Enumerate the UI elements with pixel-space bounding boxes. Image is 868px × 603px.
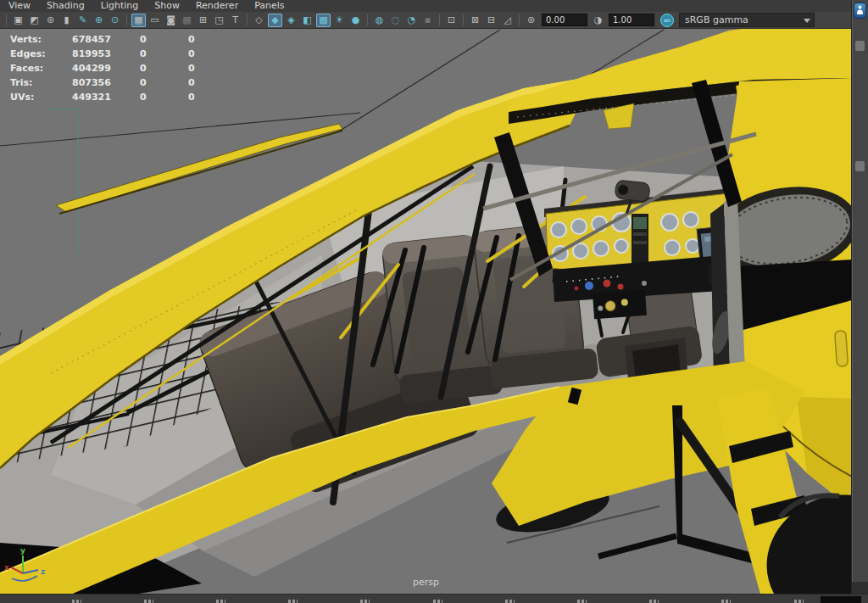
toolbar-separator [126, 14, 127, 25]
hud-value: 819953 [72, 47, 140, 61]
timeline-tick [721, 600, 731, 603]
timeline-tick [505, 600, 515, 603]
timeline-tick [794, 600, 804, 603]
menu-renderer[interactable]: Renderer [196, 0, 238, 12]
hud-row: Faces: 404299 0 0 [0, 61, 239, 75]
hud-value: 0 [140, 75, 188, 90]
exposure-icon[interactable]: ⊛ [524, 14, 538, 27]
timeline-current-frame-box [821, 596, 861, 603]
grease-pencil-icon[interactable]: ✎ [75, 14, 90, 27]
color-space-dropdown[interactable]: sRGB gamma [679, 13, 815, 27]
toolbar-separator [463, 14, 464, 25]
camera-lock-icon[interactable]: ◩ [27, 14, 42, 27]
grid-icon[interactable]: ▦ [131, 14, 146, 27]
perspective-viewport[interactable]: Verts: 678457 0 0 Edges: 819953 0 0 Face… [0, 29, 852, 594]
safe-action-icon[interactable]: ◳ [212, 14, 226, 27]
maya-viewport-window: View Shading Lighting Show Renderer Pane… [0, 0, 868, 603]
door-handle [835, 331, 849, 367]
ambient-occlusion-icon[interactable]: ◍ [372, 14, 387, 27]
hud-value: 0 [188, 47, 239, 61]
menu-shading[interactable]: Shading [47, 0, 85, 12]
hud-value: 0 [140, 32, 188, 47]
panel-footer [852, 582, 868, 594]
camera-attributes-icon[interactable]: ⊛ [43, 14, 58, 27]
timeline-tick [433, 600, 442, 603]
hud-value: 0 [140, 61, 188, 75]
timeline-tick [577, 600, 587, 603]
use-default-material-icon[interactable]: ▩ [316, 14, 331, 27]
hud-value: 0 [140, 90, 188, 104]
timeline-tick [288, 600, 298, 603]
timeline-tick [360, 600, 370, 603]
timeline-tick [649, 600, 659, 603]
wireframe-icon[interactable]: ◇ [252, 14, 266, 27]
menu-view[interactable]: View [8, 0, 31, 12]
hud-value: 0 [188, 75, 239, 90]
hud-label: UVs: [10, 90, 72, 104]
chevron-down-icon [804, 19, 810, 23]
isolate-select-icon[interactable]: ⊡ [444, 14, 459, 27]
hud-label: Verts: [10, 32, 72, 47]
pane-resize-icon[interactable]: ◿ [500, 14, 515, 27]
menu-show[interactable]: Show [154, 0, 180, 12]
hud-value: 449321 [72, 90, 140, 104]
toolbar-separator [247, 14, 248, 25]
film-gate-icon[interactable]: ▭ [147, 14, 162, 27]
image-plane-icon[interactable]: ⊠ [468, 14, 482, 27]
gate-mask-icon[interactable]: ▩ [180, 14, 194, 27]
timeline-tick [72, 600, 81, 603]
motion-blur-icon[interactable]: ◌ [388, 14, 403, 27]
camera-name-label: persp [0, 577, 852, 588]
scene-aircraft-model: y x z [0, 29, 852, 594]
camera-icon[interactable]: ▣ [11, 14, 25, 27]
panel-menu-bar: View Shading Lighting Show Renderer Pane… [0, 0, 852, 12]
shaded-wireframe-icon[interactable]: ◈ [284, 14, 298, 27]
hud-row: Tris: 807356 0 0 [0, 75, 239, 90]
textured-icon[interactable]: ◧ [300, 14, 314, 27]
time-slider-strip[interactable] [0, 594, 868, 603]
hud-value: 678457 [72, 32, 140, 47]
timeline-tick [144, 600, 153, 603]
hud-value: 0 [140, 47, 188, 61]
viewport-toolbar: ▣ ◩ ⊛ ▮ ✎ ⊕ ⊙ ▦ ▭ ◙ ▩ ⊞ ◳ T ◇ ◆ ◈ ◧ ▩ ☀ … [0, 12, 852, 29]
panel-tab[interactable] [855, 41, 865, 51]
axis-y-label: y [20, 546, 25, 555]
lower-console [593, 290, 647, 319]
exposure-field[interactable]: 0.00 [542, 14, 587, 26]
lighting-icon[interactable]: ☀ [332, 14, 347, 27]
panel-tab[interactable] [855, 161, 865, 171]
shaded-icon[interactable]: ◆ [268, 14, 282, 27]
color-space-value: sRGB gamma [685, 14, 748, 25]
contrast-field[interactable]: 1.00 [609, 14, 654, 26]
hud-value: 0 [188, 32, 239, 47]
hud-label: Faces: [10, 61, 72, 75]
character-icon[interactable] [854, 3, 865, 18]
hud-row: Edges: 819953 0 0 [0, 47, 239, 61]
gamma-toggle[interactable]: on [660, 14, 674, 27]
menu-lighting[interactable]: Lighting [101, 0, 138, 12]
toolbar-separator [439, 14, 440, 25]
hud-row: Verts: 678457 0 0 [0, 32, 239, 47]
hud-value: 0 [188, 61, 239, 75]
timeline-tick [216, 600, 225, 603]
shadows-icon[interactable]: ● [348, 14, 363, 27]
sculpt-view-icon[interactable]: ⊙ [108, 14, 122, 27]
depth-of-field-icon[interactable]: ▪ [420, 14, 435, 27]
pan-zoom-icon[interactable]: ⊕ [92, 14, 106, 27]
menu-panels[interactable]: Panels [254, 0, 284, 12]
toolbar-separator [6, 14, 7, 25]
anti-aliasing-icon[interactable]: ◔ [404, 14, 419, 27]
avionics-stack [632, 214, 648, 268]
field-chart-icon[interactable]: ⊞ [196, 14, 210, 27]
safe-title-icon[interactable]: T [228, 14, 242, 27]
axis-x-label: x [4, 563, 9, 572]
resolution-gate-icon[interactable]: ◙ [164, 14, 178, 27]
hud-row: UVs: 449321 0 0 [0, 90, 239, 104]
bookmark-icon[interactable]: ▮ [59, 14, 74, 27]
hud-value: 404299 [72, 61, 140, 75]
contrast-icon[interactable]: ◑ [591, 14, 605, 27]
hud-value: 807356 [72, 75, 140, 90]
right-panel-strip[interactable] [851, 0, 868, 594]
axis-z-label: z [41, 567, 45, 576]
image-plane-toggle-icon[interactable]: ⊟ [484, 14, 498, 27]
